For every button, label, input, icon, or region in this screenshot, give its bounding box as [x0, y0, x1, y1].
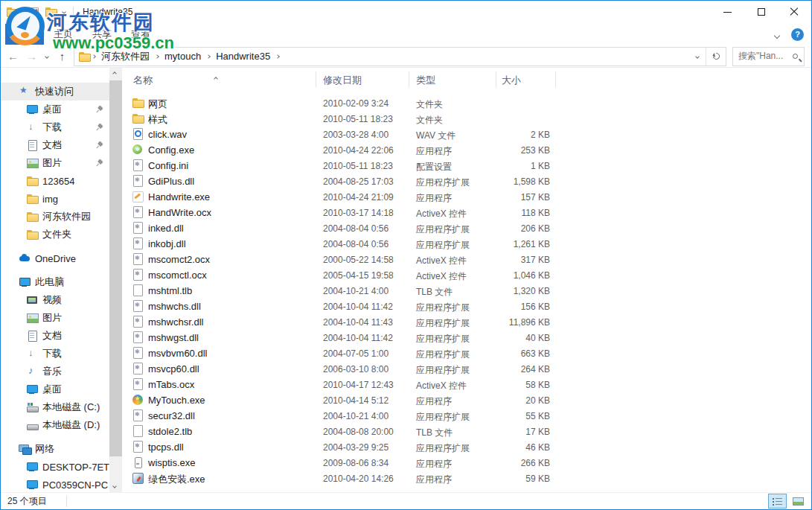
- close-button[interactable]: [778, 1, 811, 23]
- file-name: mTabs.ocx: [148, 379, 194, 390]
- thumbnail-view-button[interactable]: [789, 494, 808, 509]
- refresh-button[interactable]: [706, 48, 726, 66]
- breadcrumb-item[interactable]: Handwrite35: [212, 51, 274, 62]
- sidebar-item[interactable]: img: [1, 190, 109, 208]
- file-row[interactable]: GdiPlus.dll 2004-08-25 17:03 应用程序扩展 1,59…: [122, 173, 811, 189]
- sidebar-scrollbar[interactable]: [109, 68, 122, 492]
- file-row[interactable]: msvbvm60.dll 2004-07-05 1:00 应用程序扩展 663 …: [122, 345, 811, 361]
- sidebar-item[interactable]: 视频: [1, 291, 109, 309]
- qat-new-folder-button[interactable]: [42, 3, 59, 21]
- ribbon-file-tab[interactable]: 文件: [5, 24, 44, 45]
- file-row[interactable]: secur32.dll 2004-10-21 4:00 应用程序扩展 55 KB: [122, 408, 811, 424]
- sidebar-item[interactable]: 下载: [1, 345, 109, 363]
- file-row[interactable]: stdole2.tlb 2004-08-08 20:00 TLB 文件 17 K…: [122, 424, 811, 439]
- sidebar-item[interactable]: 桌面: [1, 380, 109, 398]
- file-row[interactable]: mshwchsr.dll 2004-10-04 11:43 应用程序扩展 11,…: [122, 314, 811, 330]
- file-row[interactable]: inked.dll 2004-08-04 0:56 应用程序扩展 206 KB: [122, 220, 811, 236]
- sidebar-item[interactable]: DESKTOP-7ETC: [1, 458, 109, 476]
- column-header-date[interactable]: 修改日期: [323, 74, 362, 87]
- file-type: 应用程序扩展: [416, 176, 470, 189]
- sidebar-item[interactable]: 图片: [1, 309, 109, 327]
- up-button[interactable]: ↑: [53, 47, 71, 66]
- file-date: 2010-04-24 21:09: [323, 192, 394, 203]
- file-row[interactable]: mshtml.tlb 2004-10-21 4:00 TLB 文件 1,320 …: [122, 283, 811, 299]
- address-bar[interactable]: 河东软件园 mytouch Handwrite35: [74, 47, 726, 66]
- file-row[interactable]: Handwrite.exe 2010-04-24 21:09 应用程序 157 …: [122, 189, 811, 205]
- breadcrumb-item[interactable]: mytouch: [161, 51, 205, 62]
- breadcrumb-chevron-icon[interactable]: [275, 54, 280, 59]
- file-row[interactable]: msvcp60.dll 2006-03-10 8:00 应用程序扩展 264 K…: [122, 361, 811, 377]
- sidebar-item[interactable]: 快速访问: [1, 83, 109, 101]
- details-view-button[interactable]: [768, 494, 787, 509]
- file-row[interactable]: mshwgst.dll 2004-10-04 11:42 应用程序扩展 40 K…: [122, 330, 811, 345]
- ribbon-tab[interactable]: 共享: [83, 23, 121, 45]
- expand-ribbon-chevron-icon[interactable]: [775, 28, 779, 41]
- file-row[interactable]: 网页 2010-02-09 3:24 文件夹: [122, 95, 811, 111]
- file-row[interactable]: mscomct2.ocx 2000-05-22 14:58 ActiveX 控件…: [122, 252, 811, 267]
- maximize-button[interactable]: [744, 1, 778, 23]
- sidebar-item-icon: [26, 383, 38, 395]
- file-row[interactable]: click.wav 2003-03-28 4:00 WAV 文件 2 KB: [122, 127, 811, 142]
- file-row[interactable]: 样式 2010-05-11 18:23 文件夹: [122, 111, 811, 127]
- sidebar-item-icon: [26, 330, 38, 342]
- file-name: msvbvm60.dll: [148, 348, 207, 359]
- pin-icon: [93, 103, 106, 116]
- file-icon: [132, 269, 144, 281]
- sidebar-item[interactable]: 文档: [1, 327, 109, 345]
- search-box[interactable]: 搜索"Han...: [732, 47, 805, 66]
- file-name: mshwchsr.dll: [148, 316, 203, 328]
- file-icon: [132, 363, 144, 374]
- sidebar-item[interactable]: 本地磁盘 (C:): [1, 398, 109, 416]
- sidebar-item[interactable]: 音乐: [1, 363, 109, 380]
- sidebar-item[interactable]: 下载: [1, 118, 109, 136]
- file-row[interactable]: Config.ini 2010-05-11 18:23 配置设置 1 KB: [122, 158, 811, 173]
- forward-button[interactable]: →: [22, 47, 41, 66]
- sidebar-item[interactable]: 网络: [1, 440, 109, 458]
- sidebar-item[interactable]: 图片: [1, 154, 109, 172]
- column-header-size[interactable]: 大小: [502, 74, 521, 87]
- file-row[interactable]: mTabs.ocx 2010-04-17 12:43 ActiveX 控件 58…: [122, 377, 811, 392]
- file-size: 118 KB: [490, 208, 550, 218]
- sidebar-item-label: 下载: [42, 121, 62, 134]
- file-row[interactable]: MyTouch.exe 2010-04-14 5:12 应用程序 20 KB: [122, 392, 811, 408]
- search-input[interactable]: 搜索"Han...: [738, 50, 793, 63]
- history-chevron-icon[interactable]: [41, 47, 53, 66]
- sidebar-item[interactable]: 123654: [1, 172, 109, 190]
- file-row[interactable]: Config.exe 2010-04-24 22:06 应用程序 253 KB: [122, 142, 811, 158]
- file-row[interactable]: HandWrite.ocx 2010-03-17 14:18 ActiveX 控…: [122, 205, 811, 220]
- file-row[interactable]: wisptis.exe 2009-08-06 8:34 应用程序 266 KB: [122, 455, 811, 471]
- qat-customize-chevron-icon[interactable]: [59, 3, 69, 21]
- sidebar-item[interactable]: 桌面: [1, 101, 109, 118]
- explorer-app-icon[interactable]: [6, 6, 18, 18]
- file-row[interactable]: mshwchs.dll 2004-10-04 11:42 应用程序扩展 156 …: [122, 299, 811, 314]
- file-row[interactable]: inkobj.dll 2004-08-04 0:56 应用程序扩展 1,261 …: [122, 236, 811, 252]
- file-name: Config.ini: [148, 160, 188, 171]
- sidebar-item[interactable]: 本地磁盘 (D:): [1, 416, 109, 434]
- qat-properties-button[interactable]: [26, 3, 42, 21]
- sidebar-item[interactable]: 文档: [1, 136, 109, 154]
- breadcrumb-item[interactable]: 河东软件园: [97, 50, 153, 63]
- sidebar-item[interactable]: OneDrive: [1, 249, 109, 267]
- window-controls: [711, 1, 811, 23]
- file-icon: [132, 456, 144, 468]
- minimize-button[interactable]: [711, 1, 744, 23]
- ribbon-tab[interactable]: 查看: [121, 23, 160, 45]
- file-size: 40 KB: [490, 333, 550, 343]
- sidebar-item[interactable]: 河东软件园: [1, 208, 109, 226]
- file-row[interactable]: 绿色安装.exe 2010-04-20 14:26 应用程序 59 KB: [122, 471, 811, 486]
- scrollbar-thumb[interactable]: [109, 80, 122, 456]
- help-button[interactable]: ?: [791, 28, 804, 41]
- sidebar-item[interactable]: 此电脑: [1, 273, 109, 291]
- file-row[interactable]: tpcps.dll 2004-03-29 9:25 应用程序扩展 46 KB: [122, 439, 811, 455]
- sidebar-item[interactable]: PC0359CN-PC: [1, 476, 109, 492]
- column-header-type[interactable]: 类型: [416, 74, 435, 87]
- details-view-icon: [773, 497, 782, 506]
- address-dropdown-chevron-icon[interactable]: [689, 48, 706, 66]
- scroll-down-icon[interactable]: [112, 484, 117, 488]
- sidebar-item[interactable]: 文件夹: [1, 226, 109, 243]
- back-button[interactable]: ←: [4, 47, 22, 66]
- scroll-up-icon[interactable]: [112, 71, 117, 76]
- ribbon-tab[interactable]: 主页: [44, 23, 83, 45]
- file-row[interactable]: mscomctl.ocx 2005-04-15 19:58 ActiveX 控件…: [122, 267, 811, 283]
- column-header-name[interactable]: 名称: [133, 74, 153, 87]
